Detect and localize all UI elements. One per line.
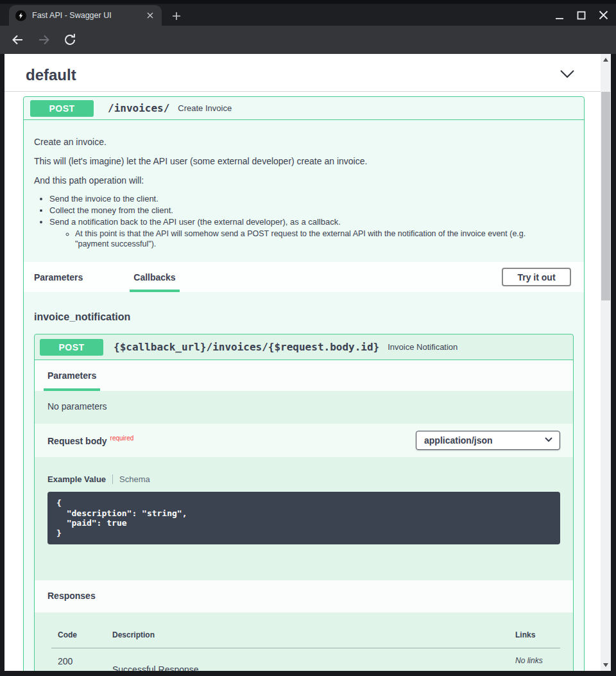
media-type-select[interactable]: application/json [416,431,560,450]
try-it-out-button[interactable]: Try it out [502,268,571,286]
response-links: No links [515,656,560,671]
scrollbar-thumb[interactable] [601,92,610,300]
operation-tab-bar: Parameters Callbacks Try it out [24,262,584,292]
response-code: 200 [58,656,112,671]
example-section: Example Value Schema { "description": "s… [35,457,573,580]
request-body-label: Request bodyrequired [47,435,133,446]
chevron-down-icon [545,437,552,442]
callback-opblock: POST {$callback_url}/invoices/{$request.… [34,334,574,671]
tab-close-icon[interactable] [145,10,155,21]
scroll-up-icon[interactable] [601,55,611,65]
http-method-badge: POST [40,339,103,356]
opblock-header[interactable]: POST /invoices/ Create Invoice [24,97,584,120]
responses-table: Code Description Links 200 Successful Re… [35,612,573,671]
description-paragraph: Create an invoice. [34,135,552,148]
tab-schema[interactable]: Schema [119,474,150,484]
request-body-row: Request bodyrequired application/json [35,424,573,457]
callbacks-section: invoice_notification POST {$callback_url… [24,292,584,671]
description-list: Send the invoice to the client. Collect … [49,195,552,249]
window-maximize-button[interactable] [577,9,586,23]
callback-summary: Invoice Notification [388,342,458,352]
browser-toolbar: 127.0.0.1:8000/docs#//invoice_notificati… [0,26,616,54]
tab-strip: Fast API - Swagger UI [0,0,616,26]
window-frame [611,54,616,676]
tab-parameters[interactable]: Parameters [47,370,96,381]
endpoint-summary: Create Invoice [178,103,232,113]
column-header-links: Links [515,630,560,639]
tab-parameters[interactable]: Parameters [34,272,83,282]
callback-tab-bar: Parameters [35,360,573,391]
operation-description: Create an invoice. This will (let's imag… [24,120,584,262]
required-badge: required [110,435,134,442]
responses-table-header: Code Description Links [51,630,560,648]
column-header-description: Description [112,630,515,639]
page-scrollbar[interactable] [601,54,611,671]
sub-list-item: At this point is that the API will someh… [75,229,543,249]
table-row: 200 Successful Response No links [51,648,560,671]
scroll-down-icon[interactable] [601,660,611,670]
example-code-block[interactable]: { "description": "string", "paid": true … [47,492,560,544]
http-method-badge: POST [30,100,94,117]
callback-name: invoice_notification [34,311,574,324]
no-parameters-text: No parameters [35,391,573,424]
description-paragraph: This will (let's imagine) let the API us… [34,155,552,168]
code-line: { [56,498,551,508]
code-line: "description": "string", [56,508,551,519]
window-frame [0,671,616,676]
section-title: default [26,66,76,84]
window-frame [0,54,4,676]
code-line: } [56,528,551,539]
fastapi-favicon-icon [15,10,26,21]
column-header-code: Code [58,630,112,639]
list-item: Send the invoice to the client. [49,195,552,204]
endpoint-path: /invoices/ [108,102,169,114]
callback-opblock-header[interactable]: POST {$callback_url}/invoices/{$request.… [35,334,573,360]
section-collapse-chevron-down-icon[interactable] [560,69,575,81]
opblock-create-invoice: POST /invoices/ Create Invoice Create an… [23,96,585,671]
tab-callbacks[interactable]: Callbacks [133,272,175,282]
tab-title: Fast API - Swagger UI [32,11,145,20]
tab-example-value[interactable]: Example Value [47,474,106,484]
response-description: Successful Response [112,656,515,671]
forward-icon[interactable] [37,32,52,48]
swagger-page: default POST /invoices/ Create Invoice C… [4,54,601,671]
code-line: "paid": true [56,518,551,528]
media-type-value: application/json [424,435,493,446]
browser-window: Fast API - Swagger UI [0,0,616,676]
responses-title: Responses [35,580,573,612]
back-icon[interactable] [10,32,25,48]
section-divider [4,91,601,92]
list-item: Send a notification back to the API user… [49,218,552,249]
tab-separator [112,474,113,484]
reload-icon[interactable] [62,32,78,48]
list-item: Collect the money from the client. [49,206,552,215]
new-tab-button[interactable] [169,9,184,23]
callback-path: {$callback_url}/invoices/{$request.body.… [114,341,379,353]
description-paragraph: And this path operation will: [34,174,552,187]
browser-tab[interactable]: Fast API - Swagger UI [9,5,162,26]
window-minimize-button[interactable] [555,9,564,23]
window-close-button[interactable] [599,9,608,23]
